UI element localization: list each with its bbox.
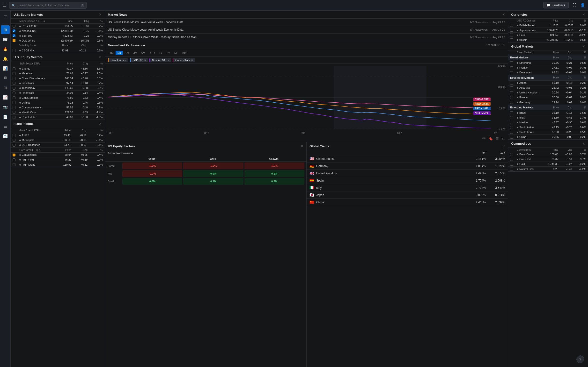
market-news-close[interactable]: ✕ <box>502 13 505 17</box>
row-checkbox[interactable] <box>13 106 16 109</box>
menu-icon[interactable]: ☰ <box>3 3 6 8</box>
chart-tab[interactable]: 5D <box>116 51 123 55</box>
row-checkbox[interactable] <box>13 158 16 161</box>
table-row[interactable]: United Kingdom30.34+0.040.1% <box>508 90 588 95</box>
table-row[interactable]: CBOE VIX23.91+0.110.5% <box>11 48 105 53</box>
row-checkbox[interactable] <box>13 49 16 52</box>
table-row[interactable]: British Pound1.1825-0.00050.0% <box>508 23 588 28</box>
table-row[interactable]: Crude Oil93.67+3.313.7% <box>508 157 588 161</box>
row-checkbox[interactable] <box>13 82 16 85</box>
tag-icon[interactable]: 🏷 <box>502 137 505 141</box>
bookmark-icon[interactable]: 🔖 <box>489 137 493 141</box>
row-checkbox[interactable] <box>510 82 513 84</box>
sidebar-item-doc[interactable]: 📄 <box>1 112 10 121</box>
row-checkbox[interactable] <box>13 77 16 80</box>
legend-tag[interactable]: Nasdaq 100✕ <box>149 58 171 62</box>
yield-row[interactable]: 🇨🇳China 2.415% 2.639% <box>307 199 508 206</box>
yield-row[interactable]: 🇺🇸United States 3.181% 3.054% <box>307 155 508 162</box>
row-checkbox[interactable] <box>510 24 513 27</box>
yield-row[interactable]: 🇩🇪Germany 1.094% 1.321% <box>307 162 508 170</box>
row-checkbox[interactable] <box>510 61 513 64</box>
legend-tag[interactable]: S&P 500✕ <box>130 58 148 62</box>
row-checkbox[interactable] <box>510 86 513 89</box>
row-checkbox[interactable] <box>13 116 16 119</box>
yield-row[interactable]: 🇯🇵Japan 0.008% 0.214% <box>307 192 508 199</box>
table-row[interactable]: China29.35-0.05-0.2% <box>508 134 588 139</box>
row-checkbox[interactable] <box>510 158 513 161</box>
table-row[interactable]: Cons. Discretionary163.34+0.460.3% <box>11 76 105 81</box>
row-checkbox[interactable] <box>510 116 513 119</box>
row-checkbox[interactable] <box>510 167 513 170</box>
row-checkbox[interactable] <box>13 111 16 114</box>
currencies-close[interactable]: ✕ <box>582 13 585 17</box>
table-row[interactable]: Communications55.56-0.48-0.9% <box>11 105 105 110</box>
table-row[interactable]: Dow Jones32,909.59-154.02-0.5% <box>11 38 105 43</box>
row-checkbox[interactable] <box>13 72 16 75</box>
row-checkbox[interactable] <box>510 71 513 74</box>
sidebar-item-news[interactable]: 📰 <box>1 35 10 44</box>
table-row[interactable]: Mexico47.37+0.300.6% <box>508 120 588 125</box>
row-checkbox[interactable] <box>510 163 513 166</box>
row-checkbox[interactable] <box>510 96 513 99</box>
table-row[interactable]: Financials34.05-0.14-0.4% <box>11 90 105 95</box>
table-row[interactable]: Brent Crude100.08+3.603.7% <box>508 152 588 157</box>
sidebar-item-camera[interactable]: 📷 <box>1 103 10 111</box>
table-row[interactable]: Australia22.42+0.050.2% <box>508 85 588 90</box>
row-checkbox[interactable] <box>510 29 513 32</box>
sidebar-item-chart[interactable]: 📊 <box>1 64 10 73</box>
table-row[interactable]: France30.56+0.010.0% <box>508 95 588 100</box>
news-item[interactable]: US Stocks Close Mostly Lower Amid Weak E… <box>105 19 508 26</box>
row-checkbox[interactable] <box>510 67 513 69</box>
chart-tab[interactable]: 1M <box>123 51 131 55</box>
row-checkbox[interactable] <box>13 101 16 104</box>
us-equity-factors-close[interactable]: ✕ <box>301 144 303 148</box>
row-checkbox[interactable] <box>13 96 16 99</box>
table-row[interactable]: ✓S&P 5004,128.73-9.26-0.2% <box>11 33 105 38</box>
legend-tag[interactable]: Dow Jones✕ <box>108 58 128 62</box>
row-checkbox[interactable] <box>13 92 16 94</box>
help-button[interactable]: ? <box>576 355 584 363</box>
table-row[interactable]: Materials78.68+0.771.0% <box>11 71 105 76</box>
legend-tag[interactable]: Convertibles✕ <box>173 58 195 62</box>
commodities-close[interactable]: ✕ <box>582 142 585 146</box>
chart-tab[interactable]: 1Y <box>157 51 164 55</box>
yield-row[interactable]: 🇬🇧United Kingdom 2.498% 2.577% <box>307 170 508 177</box>
us-equity-sectors-close[interactable]: ✕ <box>99 55 102 59</box>
row-checkbox[interactable] <box>13 87 16 90</box>
sidebar-item-alerts[interactable]: 🔔 <box>1 54 10 63</box>
row-checkbox[interactable] <box>13 25 16 27</box>
fixed-income-close[interactable]: ✕ <box>99 122 102 126</box>
row-checkbox[interactable] <box>13 139 16 142</box>
table-row[interactable]: Emerging39.76+0.210.5% <box>508 60 588 65</box>
table-row[interactable]: High Grade110.97+0.120.1% <box>11 162 105 167</box>
table-row[interactable]: Germany22.14-0.010.0% <box>508 100 588 105</box>
share-icon[interactable]: ⋮⊞ SHARE <box>485 44 500 47</box>
chart-tab[interactable]: 1D <box>108 51 115 55</box>
chart-tab[interactable]: 6M <box>139 51 147 55</box>
table-row[interactable]: Japan55.19+0.130.2% <box>508 80 588 85</box>
sidebar-item-monitor[interactable]: 🖥 <box>1 74 10 82</box>
table-row[interactable]: Natural Gas9.28-0.40-4.2% <box>508 166 588 171</box>
sidebar-item-menu[interactable]: ☰ <box>1 13 10 21</box>
row-checkbox[interactable] <box>13 154 16 157</box>
normalized-performance-close[interactable]: ✕ <box>502 43 505 47</box>
row-checkbox[interactable]: ✓ <box>13 29 16 32</box>
sidebar-item-fire[interactable]: 🔥 <box>1 45 10 53</box>
fullscreen-icon[interactable]: ⛶ <box>572 3 576 8</box>
sidebar-item-list2[interactable]: ☰ <box>1 122 10 131</box>
table-row[interactable]: Frontier27.61+0.070.3% <box>508 65 588 70</box>
table-row[interactable]: U.S. Treasuries23.71-0.03-0.1% <box>11 142 105 147</box>
row-checkbox[interactable] <box>510 136 513 139</box>
sidebar-item-home[interactable]: ⊞ <box>1 25 10 34</box>
table-row[interactable]: Gold1,745.39-3.07-0.2% <box>508 161 588 166</box>
row-checkbox[interactable]: ✓ <box>13 34 16 37</box>
row-checkbox[interactable] <box>510 111 513 114</box>
us-equity-markets-close[interactable]: ✕ <box>99 13 102 17</box>
news-item[interactable]: Midday Report: US Stocks Mixed While Tre… <box>105 33 508 41</box>
row-checkbox[interactable] <box>13 144 16 147</box>
table-row[interactable]: High Yield76.27+0.190.2% <box>11 157 105 162</box>
table-row[interactable]: Technology143.60-0.38-0.3% <box>11 85 105 90</box>
table-row[interactable]: ✓Nasdaq 10012,881.79-8.75-0.1% <box>11 28 105 33</box>
search-input[interactable] <box>17 3 79 7</box>
search-bar[interactable]: 🔍 / <box>9 2 86 9</box>
